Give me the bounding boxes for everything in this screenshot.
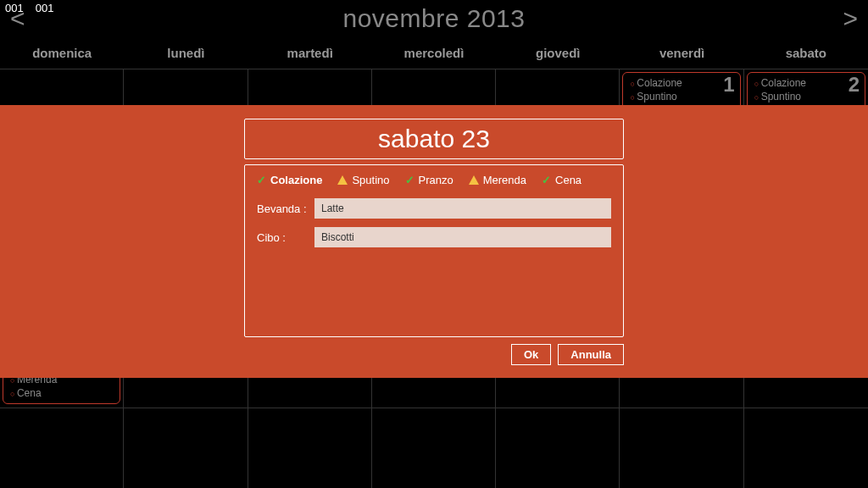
tab-label: Sputino: [352, 174, 389, 186]
modal-title-box: sabato 23: [244, 119, 624, 159]
tab-label: Colazione: [270, 174, 322, 186]
check-icon: ✓: [405, 174, 415, 186]
field-label: Cibo :: [257, 231, 314, 244]
tab-label: Cena: [555, 174, 581, 186]
ok-button[interactable]: Ok: [511, 344, 551, 365]
calendar-header: < novembre 2013 >: [0, 0, 868, 37]
day-edit-modal: sabato 23 ✓ Colazione Sputino ✓ Pranzo M…: [244, 119, 624, 365]
top-numbers: 001001: [5, 2, 65, 14]
day-header: domenica: [0, 41, 124, 69]
tab-merenda[interactable]: Merenda: [469, 174, 526, 186]
next-month-arrow[interactable]: >: [843, 4, 858, 33]
field-bevanda: Bevanda :: [257, 198, 611, 219]
tab-cena[interactable]: ✓ Cena: [542, 174, 581, 186]
cibo-input[interactable]: [314, 227, 611, 247]
cancel-button[interactable]: Annulla: [558, 344, 624, 365]
day-header: lunedì: [124, 41, 248, 69]
check-icon: ✓: [542, 174, 551, 186]
month-title: novembre 2013: [343, 4, 526, 33]
tab-label: Merenda: [483, 174, 526, 186]
tab-sputino[interactable]: Sputino: [337, 174, 389, 186]
day-header: venerdì: [620, 41, 743, 69]
day-header: sabato: [744, 41, 868, 69]
tab-pranzo[interactable]: ✓ Pranzo: [405, 174, 453, 186]
modal-buttons: Ok Annulla: [244, 344, 624, 365]
field-cibo: Cibo :: [257, 227, 611, 247]
modal-title: sabato 23: [245, 125, 623, 153]
warn-icon: [337, 175, 348, 185]
day-header: giovedì: [496, 41, 620, 69]
day-number: 1: [723, 73, 734, 97]
meal-tabs: ✓ Colazione Sputino ✓ Pranzo Merenda ✓ C…: [257, 174, 611, 186]
modal-body: ✓ Colazione Sputino ✓ Pranzo Merenda ✓ C…: [244, 164, 624, 337]
field-label: Bevanda :: [257, 202, 314, 215]
tab-label: Pranzo: [419, 174, 453, 186]
day-header: martedì: [248, 41, 372, 69]
tab-colazione[interactable]: ✓ Colazione: [257, 174, 322, 186]
day-header: mercoledì: [372, 41, 496, 69]
bevanda-input[interactable]: [314, 198, 611, 219]
check-icon: ✓: [257, 174, 266, 186]
day-number: 2: [849, 73, 860, 97]
warn-icon: [469, 175, 479, 185]
